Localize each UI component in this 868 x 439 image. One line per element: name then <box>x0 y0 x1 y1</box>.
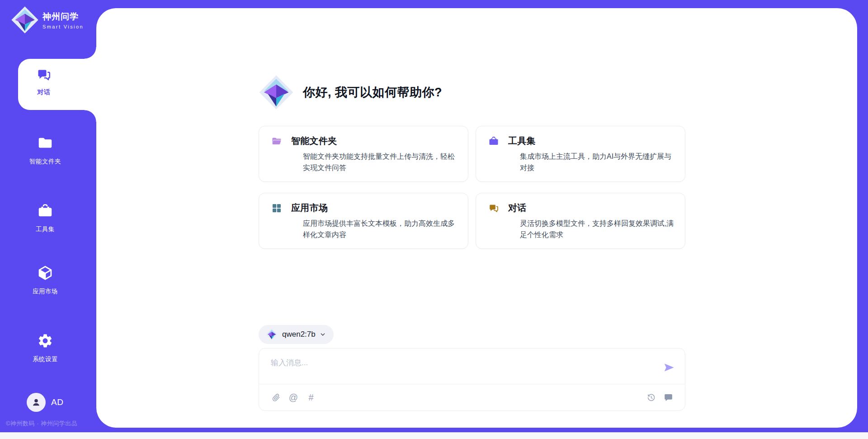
card-title: 对话 <box>508 202 527 214</box>
sidebar-item-label: 应用市场 <box>0 287 90 296</box>
brand-subtitle: Smart Vision <box>42 24 84 29</box>
sidebar-item-label: 智能文件夹 <box>0 157 90 166</box>
sidebar-item-settings[interactable]: 系统设置 <box>0 333 90 363</box>
feature-cards: 智能文件夹 智能文件夹功能支持批量文件上传与清洗，轻松实现文件问答 工具集 集成… <box>259 126 685 249</box>
send-plane-icon <box>663 362 675 373</box>
card-head: 对话 <box>488 202 676 214</box>
card-toolset[interactable]: 工具集 集成市场上主流工具，助力AI与外界无缝扩展与对接 <box>476 126 685 182</box>
card-desc: 智能文件夹功能支持批量文件上传与清洗，轻松实现文件问答 <box>303 151 459 173</box>
send-button[interactable] <box>663 362 675 373</box>
brand-text: 神州问学 Smart Vision <box>42 11 84 29</box>
card-smart-folder[interactable]: 智能文件夹 智能文件夹功能支持批量文件上传与清洗，轻松实现文件问答 <box>259 126 468 182</box>
composer-toolbar: @ # <box>271 384 673 410</box>
attach-file-icon[interactable] <box>271 392 281 402</box>
folder-icon <box>271 136 283 147</box>
user-initials: AD <box>51 397 63 407</box>
card-head: 应用市场 <box>271 202 459 214</box>
chat-icon <box>36 67 52 82</box>
brand: 神州问学 Smart Vision <box>11 6 84 34</box>
card-desc: 应用市场提供丰富长文本模板，助力高效生成多样化文章内容 <box>303 218 459 240</box>
sidebar: 神州问学 Smart Vision 对话 智能文件夹 工 <box>0 0 96 439</box>
card-desc: 灵活切换多模型文件，支持多样回复效果调试,满足个性化需求 <box>520 218 676 240</box>
sidebar-item-label: 对话 <box>18 88 70 96</box>
feedback-chat-icon[interactable] <box>663 392 673 402</box>
chevron-down-icon <box>319 331 326 338</box>
copyright-footer: ©神州数码 · 神州问学出品 <box>6 420 77 428</box>
page-bottom-edge <box>0 432 868 439</box>
card-title: 应用市场 <box>291 202 328 214</box>
grid-icon <box>271 203 283 214</box>
message-composer: @ # <box>259 348 685 411</box>
brand-gem-icon <box>11 6 39 34</box>
briefcase-icon <box>488 136 500 147</box>
history-icon[interactable] <box>646 392 656 402</box>
folder-icon <box>37 135 53 151</box>
card-desc: 集成市场上主流工具，助力AI与外界无缝扩展与对接 <box>520 151 676 173</box>
greeting-section: 你好, 我可以如何帮助你? <box>259 75 442 110</box>
hash-icon[interactable]: # <box>306 392 316 402</box>
main-panel: 你好, 我可以如何帮助你? 智能文件夹 智能文件夹功能支持批量文件上传与清洗，轻… <box>96 8 857 428</box>
mention-glyph: @ <box>289 392 298 402</box>
gear-icon <box>37 333 53 349</box>
model-gem-icon <box>266 329 278 340</box>
sidebar-item-app-market[interactable]: 应用市场 <box>0 265 90 296</box>
sidebar-item-toolset[interactable]: 工具集 <box>0 203 90 234</box>
model-selector[interactable]: qwen2:7b <box>259 325 334 344</box>
sidebar-item-chat[interactable]: 对话 <box>18 59 96 110</box>
cube-icon <box>37 265 53 281</box>
card-app-market[interactable]: 应用市场 应用市场提供丰富长文本模板，助力高效生成多样化文章内容 <box>259 193 468 249</box>
person-icon <box>30 396 42 408</box>
sidebar-item-chat-content: 对话 <box>18 59 70 110</box>
card-chat[interactable]: 对话 灵活切换多模型文件，支持多样回复效果调试,满足个性化需求 <box>476 193 685 249</box>
card-head: 智能文件夹 <box>271 135 459 147</box>
message-input[interactable] <box>271 358 652 380</box>
sidebar-item-label: 系统设置 <box>0 355 90 363</box>
sidebar-item-smart-folder[interactable]: 智能文件夹 <box>0 135 90 166</box>
chat-icon <box>488 203 500 214</box>
greeting-title: 你好, 我可以如何帮助你? <box>303 84 442 100</box>
main-column: 你好, 我可以如何帮助你? 智能文件夹 智能文件夹功能支持批量文件上传与清洗，轻… <box>259 8 685 428</box>
user-account[interactable]: AD <box>27 393 63 412</box>
hash-glyph: # <box>308 392 313 402</box>
briefcase-icon <box>37 203 53 219</box>
avatar <box>27 393 46 412</box>
card-title: 智能文件夹 <box>291 135 337 147</box>
brand-name: 神州问学 <box>42 11 84 23</box>
card-title: 工具集 <box>508 135 536 147</box>
mention-icon[interactable]: @ <box>288 392 298 402</box>
hero-gem-icon <box>259 75 294 110</box>
model-selector-value: qwen2:7b <box>282 330 316 339</box>
sidebar-item-label: 工具集 <box>0 225 90 234</box>
card-head: 工具集 <box>488 135 676 147</box>
